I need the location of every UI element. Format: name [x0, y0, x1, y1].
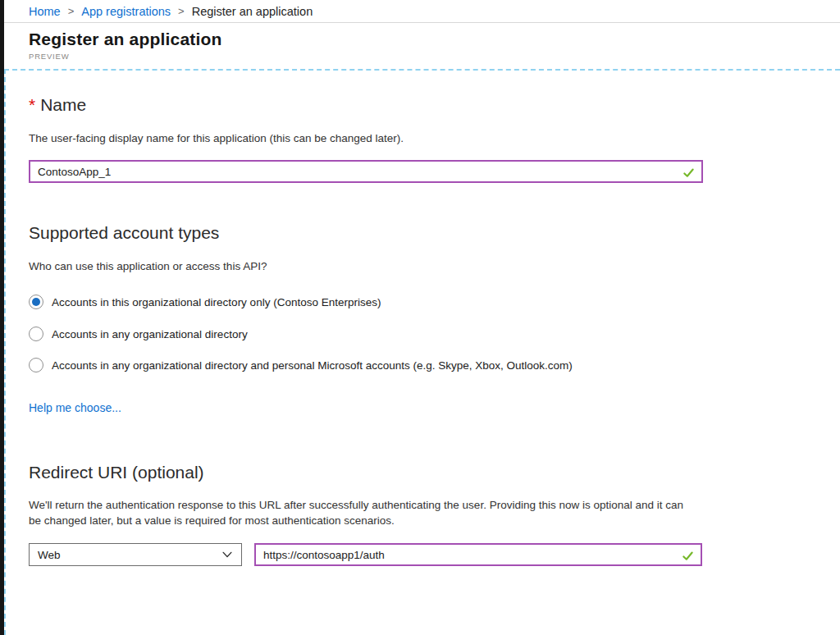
- blade-header: Register an application PREVIEW: [29, 30, 222, 61]
- radio-label: Accounts in any organizational directory…: [52, 359, 573, 372]
- breadcrumb-separator: >: [178, 5, 185, 17]
- required-asterisk: *: [29, 95, 35, 114]
- radio-selected-icon[interactable]: [29, 295, 43, 309]
- help-me-choose-link[interactable]: Help me choose...: [29, 401, 121, 414]
- redirect-platform-value: Web: [30, 549, 221, 561]
- redirect-uri-input[interactable]: https://contosoapp1/auth: [254, 543, 702, 566]
- radio-any-directory-and-personal[interactable]: Accounts in any organizational directory…: [29, 358, 573, 372]
- checkmark-icon: [682, 167, 695, 179]
- breadcrumb: Home > App registrations > Register an a…: [4, 0, 840, 23]
- breadcrumb-separator: >: [68, 5, 75, 17]
- redirect-uri-value: https://contosoapp1/auth: [256, 549, 701, 561]
- checkmark-icon: [682, 550, 694, 562]
- radio-any-directory[interactable]: Accounts in any organizational directory: [29, 327, 248, 341]
- account-types-question: Who can use this application or access t…: [29, 258, 267, 274]
- redirect-uri-heading: Redirect URI (optional): [29, 463, 204, 482]
- page-title: Register an application: [29, 30, 222, 49]
- radio-label: Accounts in this organizational director…: [52, 296, 381, 308]
- account-types-heading: Supported account types: [29, 223, 219, 243]
- preview-badge: PREVIEW: [29, 52, 222, 61]
- radio-label: Accounts in any organizational directory: [52, 328, 248, 340]
- portal-left-edge: [0, 0, 4, 635]
- breadcrumb-home-link[interactable]: Home: [29, 5, 61, 18]
- name-description: The user-facing display name for this ap…: [29, 130, 404, 146]
- name-section-heading: *Name: [29, 95, 86, 115]
- breadcrumb-app-registrations-link[interactable]: App registrations: [81, 5, 171, 18]
- radio-this-directory-only[interactable]: Accounts in this organizational director…: [29, 295, 381, 309]
- radio-unselected-icon[interactable]: [29, 327, 43, 341]
- redirect-platform-select[interactable]: Web: [29, 543, 242, 566]
- radio-unselected-icon[interactable]: [29, 358, 43, 372]
- breadcrumb-current-page: Register an application: [192, 5, 313, 18]
- app-name-input[interactable]: ContosoApp_1: [29, 160, 703, 183]
- chevron-down-icon: [221, 549, 233, 560]
- app-name-value: ContosoApp_1: [30, 166, 701, 178]
- redirect-uri-description: We'll return the authentication response…: [29, 497, 697, 528]
- name-heading-label: Name: [40, 95, 86, 114]
